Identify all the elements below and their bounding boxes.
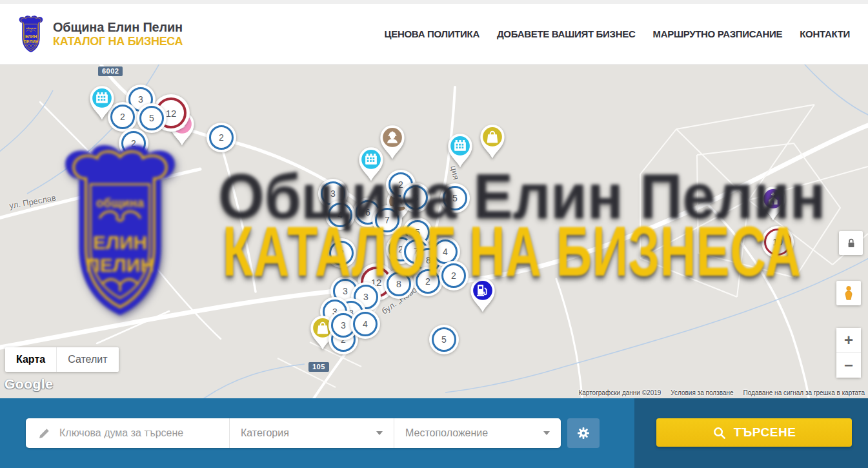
nav-item-add-business[interactable]: ДОБАВЕТЕ ВАШИЯТ БИЗНЕС — [497, 28, 635, 39]
map-type-satellite-button[interactable]: Сателит — [56, 347, 118, 372]
cluster-count: 3 — [413, 192, 418, 203]
search-settings-button[interactable] — [567, 418, 600, 448]
cluster-count: 5 — [452, 193, 458, 203]
cluster-marker[interactable]: 2 — [207, 123, 236, 152]
cluster-count: 4 — [363, 319, 368, 329]
cluster-marker[interactable]: 10 — [762, 226, 794, 258]
nav-item-pricing[interactable]: ЦЕНОВА ПОЛИТИКА — [385, 28, 479, 39]
nav-item-route-schedule[interactable]: МАРШРУТНО РАЗПИСАНИЕ — [652, 28, 782, 39]
cluster-count: 3 — [363, 292, 368, 302]
cluster-count: 2 — [425, 276, 430, 287]
church-icon — [759, 185, 787, 221]
markers-layer: 12325223235647521227842283383234510 — [0, 65, 868, 398]
cluster-count: 3 — [330, 188, 336, 199]
site-title: Община Елин Пелин — [53, 20, 183, 35]
cluster-marker[interactable]: 4 — [350, 309, 380, 339]
category-select[interactable]: Категория — [229, 418, 394, 448]
fuel-pin[interactable] — [469, 277, 497, 312]
cluster-marker[interactable]: 2 — [413, 267, 443, 296]
cluster-marker[interactable]: 5 — [429, 325, 459, 354]
zoom-control: + − — [836, 328, 861, 378]
category-select-label: Категория — [241, 427, 289, 439]
street-view-pegman-button[interactable] — [836, 281, 861, 305]
attribution-copyright: Картографски данни ©2019 — [578, 389, 661, 396]
keyword-field-wrap — [26, 418, 229, 448]
fuel-icon — [469, 277, 497, 312]
pencil-icon — [37, 427, 50, 440]
cluster-count: 8 — [396, 279, 401, 289]
cluster-count: 12 — [166, 108, 177, 119]
cluster-count: 2 — [339, 248, 344, 258]
map-type-control: Карта Сателит — [5, 347, 119, 372]
factory-icon — [88, 85, 116, 120]
cluster-marker[interactable]: 7 — [372, 205, 402, 235]
cluster-count: 5 — [441, 334, 447, 345]
cluster-count: 6 — [365, 207, 370, 218]
cluster-count: 2 — [451, 270, 456, 281]
chevron-down-icon — [376, 431, 383, 435]
google-map[interactable]: 6002105ул. Преславбул. „Новоселция 12325… — [0, 65, 868, 398]
main-nav: ЦЕНОВА ПОЛИТИКА ДОБАВЕТЕ ВАШИЯТ БИЗНЕС М… — [385, 28, 850, 39]
cluster-marker[interactable]: 2 — [439, 261, 469, 290]
search-button-label: ТЪРСЕНЕ — [734, 425, 796, 440]
pegman-icon — [840, 285, 857, 301]
search-icon — [712, 426, 726, 440]
chevron-down-icon — [543, 431, 550, 435]
cluster-marker[interactable]: 3 — [401, 183, 430, 212]
cluster-count: 10 — [772, 237, 783, 247]
cluster-count: 2 — [131, 138, 136, 148]
bag-pin[interactable] — [478, 123, 507, 159]
cluster-marker[interactable]: 5 — [440, 183, 470, 213]
site-logo[interactable]: Община Елин Пелин КАТАЛОГ НА БИЗНЕСА — [16, 14, 183, 54]
zoom-out-button[interactable]: − — [836, 353, 861, 378]
keyword-search-input[interactable] — [58, 427, 223, 440]
location-select-label: Местоположение — [405, 427, 488, 439]
cluster-count: 2 — [120, 112, 125, 122]
cluster-count: 4 — [338, 210, 343, 220]
municipality-crest-icon — [16, 14, 46, 54]
factory-pin[interactable] — [88, 85, 116, 120]
cluster-count: 8 — [426, 255, 431, 265]
cluster-marker[interactable]: 5 — [137, 103, 167, 133]
cluster-marker[interactable]: 8 — [384, 269, 414, 299]
cluster-count: 5 — [415, 227, 420, 238]
worker-icon — [378, 124, 407, 159]
gear-icon — [576, 425, 591, 441]
worker-pin[interactable] — [378, 124, 407, 159]
cluster-count: 7 — [385, 215, 390, 225]
cluster-count: 4 — [443, 247, 448, 257]
search-bar: Категория Местоположение — [0, 398, 868, 468]
attribution-report-error-link[interactable]: Подаване на сигнал за грешка в картата — [743, 389, 865, 396]
google-logo[interactable]: Google — [5, 376, 53, 392]
cluster-count: 3 — [138, 94, 143, 105]
cluster-count: 3 — [343, 286, 348, 296]
search-fields-group: Категория Местоположение — [26, 418, 561, 448]
header: Община Елин Пелин КАТАЛОГ НА БИЗНЕСА ЦЕН… — [0, 4, 868, 65]
search-submit-button[interactable]: ТЪРСЕНЕ — [656, 418, 852, 447]
site-subtitle: КАТАЛОГ НА БИЗНЕСА — [53, 35, 183, 48]
cluster-count: 2 — [219, 132, 224, 143]
cluster-count: 2 — [398, 179, 403, 190]
lock-button[interactable] — [839, 231, 863, 255]
cluster-marker[interactable]: 4 — [325, 200, 355, 230]
cluster-count: 3 — [341, 320, 346, 331]
nav-item-contacts[interactable]: КОНТАКТИ — [800, 28, 850, 39]
cluster-marker[interactable]: 2 — [119, 128, 148, 158]
factory-icon — [446, 132, 474, 168]
bag-icon — [478, 123, 507, 159]
attribution-terms-link[interactable]: Условия за ползване — [671, 389, 733, 396]
page: община ЕЛИН ПЕЛИН Община Елин Пелин КАТА… — [0, 0, 868, 468]
cluster-marker[interactable]: 2 — [327, 238, 356, 268]
church-pin[interactable] — [759, 185, 787, 221]
map-attribution: Картографски данни ©2019 Условия за полз… — [578, 389, 865, 396]
cluster-count: 5 — [149, 113, 154, 123]
lock-icon — [844, 236, 858, 250]
location-select[interactable]: Местоположение — [394, 418, 561, 448]
zoom-in-button[interactable]: + — [836, 328, 861, 353]
factory-pin[interactable] — [446, 132, 474, 168]
map-type-map-button[interactable]: Карта — [5, 347, 56, 372]
